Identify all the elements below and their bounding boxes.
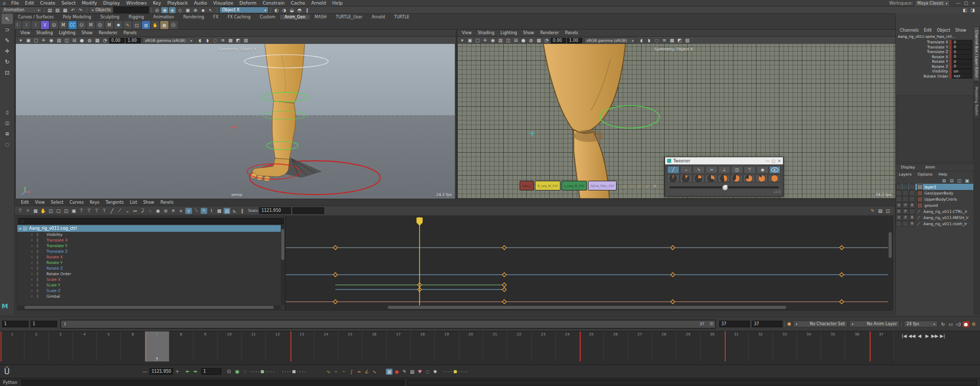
shelf-vis[interactable]: V [41,21,49,29]
animbot-tangent-icon[interactable]: ∿ [325,369,332,375]
range-grip-icon[interactable]: ▥ [709,321,714,326]
channel-row[interactable]: Rotate Y 0 [896,59,972,64]
resolution-gate-icon[interactable]: ◔ [543,37,550,43]
bookmark-folder-icon[interactable]: ▱ [628,183,635,189]
layer-editor-tab[interactable]: Anim [920,164,940,171]
reference-curve-icon[interactable]: ⟋ [917,215,922,220]
channel-value-field[interactable]: xyz [952,74,972,79]
graph-channel-row[interactable]: Translate X [17,237,285,243]
layer-toggle-cell[interactable] [896,196,902,202]
channel-row[interactable]: Visibility on [896,69,972,74]
bookmark-icon[interactable]: ◉ [489,37,496,43]
graph-editor-menu-item[interactable]: Edit [18,200,32,205]
shelf-skin[interactable]: ☺ [78,21,86,29]
channelbox-object-name[interactable]: Aang_rig_v011:spine_hips_ctrl... [896,34,980,40]
graph-editor-menu-item[interactable]: List [127,200,140,205]
menu-set-dropdown[interactable]: Animation▾ [1,7,42,13]
menu-item[interactable]: Modify [79,1,100,6]
solo-icon[interactable] [37,250,38,253]
mute-icon[interactable] [31,290,35,292]
shelf-plane[interactable]: ▢ [133,21,141,29]
mute-icon[interactable] [31,245,35,247]
xray-icon[interactable]: ▨ [242,37,249,43]
mute-icon[interactable] [31,256,35,258]
graph-editor-menu-item[interactable]: Tangents [103,200,127,205]
anim-end-field[interactable]: 37 [719,321,750,327]
channel-row[interactable]: Rotate Order xyz [896,74,972,79]
workspace-dropdown[interactable]: Maya Classic▾ [915,0,950,7]
channel-value-field[interactable]: 0 [952,59,972,64]
tween-ease-out-icon[interactable]: ∿ [693,166,705,174]
isolate-curve-icon[interactable]: ∥ [239,208,246,214]
pencil-curve-icon[interactable]: ⌇ [208,208,215,214]
gamma-field[interactable]: 1.00 [567,38,582,43]
time-slider[interactable]: 1234567891011121314151617181920212223242… [0,331,894,365]
layer-toggle-cell[interactable] [896,190,902,196]
viewport-left-scene[interactable]: Symmetry: Object X persp 24.2 fps [16,44,456,199]
keyframe-tick[interactable] [725,331,726,361]
current-frame-indicator[interactable]: 7 [145,331,169,361]
shelf-motion[interactable]: M [87,21,95,29]
frame-playback-icon[interactable]: ◫ [63,208,69,214]
command-input[interactable] [21,380,404,385]
animbot-panel-icon[interactable]: ▤ [409,369,415,375]
menu-item[interactable]: Arnold [308,1,329,6]
tween-linear-icon[interactable]: ╱ [667,166,679,174]
toggle-channelbox-icon[interactable]: ◨ [969,7,976,13]
exposure-field[interactable]: 0.00 [551,38,566,43]
animbot-grid-icon[interactable]: ∷ [243,369,247,374]
post-infinity-icon[interactable]: ▨ [224,208,230,214]
scale-tool-icon[interactable]: ⊡ [2,67,13,78]
tween-amount-button[interactable] [755,175,768,182]
tween-anchor-icon[interactable]: ⊥ [718,166,730,174]
channel-value-field[interactable]: 0 [952,40,972,45]
animbot-favorites-icon[interactable]: ♥ [416,369,423,375]
grid-toggle-icon[interactable]: ◍ [86,37,93,43]
center-current-time-icon[interactable]: ▣ [70,208,77,214]
exposure-field[interactable]: 0.00 [109,38,125,43]
shelf-tab[interactable]: Custom [255,15,280,19]
minimize-button[interactable]: — [955,0,962,6]
solo-icon[interactable] [37,289,38,293]
layer-row[interactable]: VPRground [896,202,973,208]
tween-amount-button[interactable] [705,175,717,182]
lighting-icon[interactable]: ◖ [197,37,203,43]
animbot-enable-icon[interactable]: ◉ [235,369,240,374]
animbot-power-icon[interactable]: ⊙ [227,369,231,374]
animbot-slider-3[interactable] [444,370,467,374]
pan-icon[interactable]: ✋ [40,208,46,214]
tween-amount-button[interactable] [680,175,692,182]
layer-color-swatch[interactable] [917,190,923,196]
curve-hscrollbar[interactable] [286,305,888,310]
highlight-selection-icon[interactable]: ↖ [207,7,214,13]
layer-toggle-cell[interactable]: V [896,214,902,221]
maximize-button[interactable]: ▢ [963,0,969,6]
shelf-ik-spline[interactable]: ⟟ [22,21,31,29]
close-button[interactable]: × [970,0,977,6]
tweener-window[interactable]: Tweener — ▢ × ╱⌣∿≈⊥◫⊤◉ ◤ 12:0 [665,157,783,197]
two-d-pan-zoom-icon[interactable]: ◫ [63,37,70,43]
viewport-menu-item[interactable]: Shading [34,31,56,35]
oversc an-icon[interactable]: ⊟ [512,37,519,43]
animbot-smooth-icon[interactable]: ≈ [356,369,362,375]
clamped-tangent-icon[interactable]: ⊤ [86,208,92,214]
viewport-menu-item[interactable]: Lighting [498,31,519,35]
layer-toggle-cell[interactable] [909,184,915,190]
solo-icon[interactable] [37,244,38,248]
shelf-tab[interactable]: FX [209,15,223,19]
ipr-render-icon[interactable]: ◑ [281,7,287,13]
shelf-pencil[interactable]: ✎ [124,21,132,29]
multisample-icon[interactable]: ▩ [669,37,675,43]
graph-editor-menu-item[interactable]: Curves [66,200,87,205]
shelf-tab[interactable]: Anim_Gen [280,15,310,19]
layer-toggle-cell[interactable]: P [902,214,909,221]
menu-item[interactable]: Audio [191,1,210,6]
layer-toggle-cell[interactable] [902,196,909,202]
menu-item[interactable]: Help [329,1,346,6]
stats-field-2[interactable] [292,207,324,214]
shelf-hand[interactable]: ✋ [151,21,159,29]
selection-mask-field[interactable] [113,7,149,13]
lock-camera-icon[interactable]: ▢ [33,37,39,43]
playback-start-field[interactable]: 1 [2,321,29,327]
break-tangents-icon[interactable]: ⤸ [139,208,146,214]
